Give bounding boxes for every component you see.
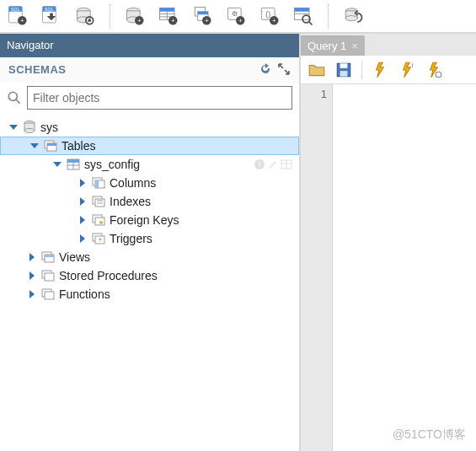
db-actions-toolbar: SQL+ SQL + + + ⚙+ ()+ xyxy=(0,0,476,34)
triggers-icon xyxy=(91,231,106,246)
tree-table-sys_config[interactable]: sys_config i xyxy=(0,155,299,174)
toolbar-separator xyxy=(110,4,110,28)
save-button[interactable] xyxy=(334,61,353,79)
navigator-tab[interactable]: Navigator xyxy=(0,34,299,56)
tree-label: sys_config xyxy=(84,158,140,171)
svg-rect-65 xyxy=(95,180,99,188)
svg-rect-84 xyxy=(340,71,348,77)
explain-button[interactable] xyxy=(425,61,443,79)
svg-text:+: + xyxy=(171,17,175,24)
inspector-button[interactable] xyxy=(72,3,98,29)
tree-label: Functions xyxy=(59,287,110,301)
svg-rect-39 xyxy=(295,8,310,11)
create-view-button[interactable]: + xyxy=(190,3,215,29)
expand-arrow-right-icon[interactable] xyxy=(27,252,37,262)
toolbar-separator xyxy=(328,4,329,28)
database-icon xyxy=(22,120,37,135)
tree-label: Triggers xyxy=(110,232,152,245)
svg-text:+: + xyxy=(272,17,276,24)
tree-schema-sys[interactable]: sys xyxy=(0,118,299,137)
expand-arrow-right-icon[interactable] xyxy=(27,289,37,299)
tree-tables[interactable]: Tables xyxy=(0,137,299,155)
tree-triggers[interactable]: Triggers xyxy=(0,229,299,248)
editor-gutter: 1 xyxy=(301,84,333,451)
expand-arrow-down-icon[interactable] xyxy=(52,159,62,169)
expand-arrow-right-icon[interactable] xyxy=(78,178,88,188)
create-table-button[interactable]: + xyxy=(156,3,181,29)
svg-rect-81 xyxy=(45,292,54,299)
svg-point-50 xyxy=(24,129,35,133)
info-icon[interactable]: i xyxy=(254,158,265,170)
tree-label: sys xyxy=(40,121,58,134)
tree-columns[interactable]: Columns xyxy=(0,174,299,192)
tree-label: Indexes xyxy=(110,195,151,208)
close-icon[interactable]: × xyxy=(351,40,358,52)
columns-icon xyxy=(91,175,106,191)
expand-arrow-right-icon[interactable] xyxy=(78,196,88,207)
create-function-button[interactable]: ()+ xyxy=(257,3,282,29)
refresh-icon[interactable] xyxy=(259,62,272,76)
editor-toolbar: I xyxy=(301,56,476,84)
line-number: 1 xyxy=(306,88,327,100)
expand-arrow-down-icon[interactable] xyxy=(8,122,19,132)
create-procedure-button[interactable]: ⚙+ xyxy=(223,3,249,29)
svg-rect-55 xyxy=(67,159,79,163)
row-actions: i xyxy=(254,158,292,170)
schemas-title: SCHEMAS xyxy=(8,63,67,76)
open-file-button[interactable] xyxy=(308,61,326,79)
expand-arrow-down-icon[interactable] xyxy=(29,141,40,151)
collapse-icon[interactable] xyxy=(277,62,291,76)
tree-label: Columns xyxy=(110,176,156,190)
tab-label: Query 1 xyxy=(308,40,346,52)
svg-point-86 xyxy=(436,72,441,78)
svg-text:⚙: ⚙ xyxy=(232,10,238,18)
tree-label: Stored Procedures xyxy=(59,269,158,282)
tree-views[interactable]: Views xyxy=(0,248,299,266)
svg-text:+: + xyxy=(137,17,142,24)
execute-button[interactable] xyxy=(371,61,389,79)
indexes-icon xyxy=(91,194,106,209)
tree-indexes[interactable]: Indexes xyxy=(0,192,299,211)
editor-code-area[interactable] xyxy=(333,84,476,451)
open-sql-file-button[interactable]: SQL xyxy=(39,3,64,29)
wrench-icon[interactable] xyxy=(267,158,279,170)
expand-arrow-right-icon[interactable] xyxy=(78,234,88,244)
tree-functions[interactable]: Functions xyxy=(0,285,299,303)
tables-folder-icon xyxy=(43,138,58,153)
tree-foreign-keys[interactable]: Foreign Keys xyxy=(0,211,299,229)
svg-text:SQL: SQL xyxy=(45,7,54,12)
navigator-title: Navigator xyxy=(7,39,54,51)
svg-rect-27 xyxy=(198,12,208,15)
svg-text:(): () xyxy=(265,10,270,19)
search-table-data-button[interactable] xyxy=(291,3,316,29)
expand-arrow-right-icon[interactable] xyxy=(78,215,88,225)
new-sql-tab-button[interactable]: SQL+ xyxy=(5,3,30,29)
execute-current-button[interactable]: I xyxy=(398,61,416,79)
svg-point-45 xyxy=(345,16,357,21)
tree-stored-procedures[interactable]: Stored Procedures xyxy=(0,266,299,285)
svg-point-46 xyxy=(8,92,17,100)
svg-rect-83 xyxy=(340,63,348,68)
query-tabs: Query 1 × xyxy=(301,34,476,56)
svg-line-47 xyxy=(16,99,20,104)
svg-text:I: I xyxy=(412,61,414,68)
svg-rect-71 xyxy=(95,217,104,225)
create-schema-button[interactable]: + xyxy=(122,3,147,29)
svg-rect-79 xyxy=(45,273,54,281)
foreign-keys-icon xyxy=(91,212,106,228)
tree-label: Tables xyxy=(62,139,95,153)
svg-point-12 xyxy=(88,19,92,23)
stored-procedures-icon xyxy=(40,268,56,283)
filter-input[interactable] xyxy=(27,86,292,110)
tree-label: Views xyxy=(59,250,90,264)
sql-editor[interactable]: 1 xyxy=(301,84,476,451)
tree-label: Foreign Keys xyxy=(110,213,179,227)
svg-text:+: + xyxy=(20,17,24,24)
grid-icon[interactable] xyxy=(281,158,292,170)
functions-icon xyxy=(40,287,56,302)
tab-query-1[interactable]: Query 1 × xyxy=(301,35,365,56)
filter-row xyxy=(0,83,299,116)
reconnect-button[interactable] xyxy=(340,3,366,29)
expand-arrow-right-icon[interactable] xyxy=(27,271,37,281)
navigator-panel: Navigator SCHEMAS sys Tables xyxy=(0,34,299,451)
